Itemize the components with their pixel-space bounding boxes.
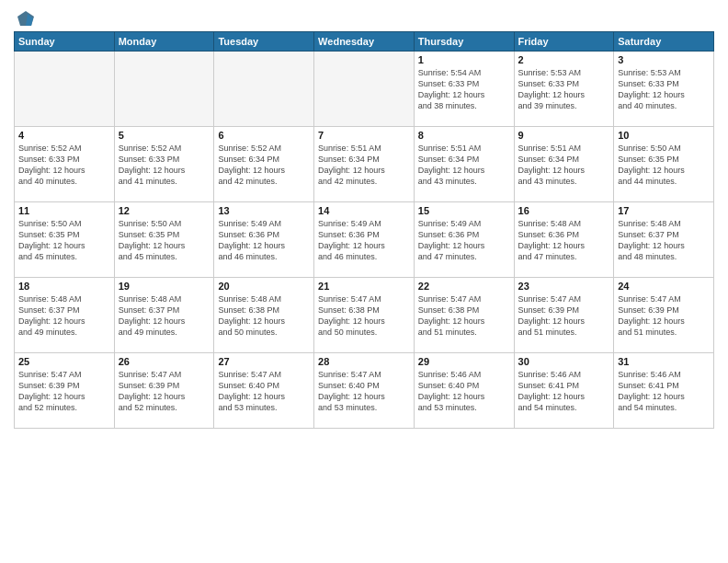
calendar-cell: 7Sunrise: 5:51 AM Sunset: 6:34 PM Daylig… xyxy=(314,127,415,202)
day-info: Sunrise: 5:53 AM Sunset: 6:33 PM Dayligh… xyxy=(618,67,710,112)
week-row-1: 1Sunrise: 5:54 AM Sunset: 6:33 PM Daylig… xyxy=(15,52,714,127)
day-number: 21 xyxy=(318,281,410,292)
day-number: 17 xyxy=(618,205,710,216)
day-number: 27 xyxy=(218,356,310,367)
col-header-wednesday: Wednesday xyxy=(314,32,415,52)
day-info: Sunrise: 5:47 AM Sunset: 6:39 PM Dayligh… xyxy=(18,369,110,414)
day-info: Sunrise: 5:49 AM Sunset: 6:36 PM Dayligh… xyxy=(218,218,310,263)
day-number: 19 xyxy=(119,281,210,292)
calendar-cell: 22Sunrise: 5:47 AM Sunset: 6:38 PM Dayli… xyxy=(414,278,514,353)
day-info: Sunrise: 5:52 AM Sunset: 6:33 PM Dayligh… xyxy=(119,143,210,188)
day-number: 4 xyxy=(18,130,110,141)
day-number: 22 xyxy=(418,281,510,292)
calendar-cell: 19Sunrise: 5:48 AM Sunset: 6:37 PM Dayli… xyxy=(114,278,214,353)
calendar-cell: 26Sunrise: 5:47 AM Sunset: 6:39 PM Dayli… xyxy=(114,353,214,429)
calendar-cell: 14Sunrise: 5:49 AM Sunset: 6:36 PM Dayli… xyxy=(314,202,415,278)
calendar-cell: 21Sunrise: 5:47 AM Sunset: 6:38 PM Dayli… xyxy=(314,278,415,353)
col-header-sunday: Sunday xyxy=(15,32,115,52)
day-number: 13 xyxy=(218,205,310,216)
calendar-cell: 25Sunrise: 5:47 AM Sunset: 6:39 PM Dayli… xyxy=(15,353,115,429)
day-info: Sunrise: 5:47 AM Sunset: 6:38 PM Dayligh… xyxy=(418,293,510,339)
week-row-4: 18Sunrise: 5:48 AM Sunset: 6:37 PM Dayli… xyxy=(15,278,714,353)
calendar-cell: 12Sunrise: 5:50 AM Sunset: 6:35 PM Dayli… xyxy=(114,202,214,278)
calendar-cell: 20Sunrise: 5:48 AM Sunset: 6:38 PM Dayli… xyxy=(214,278,314,353)
calendar-cell: 23Sunrise: 5:47 AM Sunset: 6:39 PM Dayli… xyxy=(514,278,614,353)
calendar-cell: 3Sunrise: 5:53 AM Sunset: 6:33 PM Daylig… xyxy=(614,52,714,127)
day-info: Sunrise: 5:49 AM Sunset: 6:36 PM Dayligh… xyxy=(318,218,410,263)
day-info: Sunrise: 5:46 AM Sunset: 6:41 PM Dayligh… xyxy=(518,369,610,414)
day-number: 1 xyxy=(418,54,510,65)
day-info: Sunrise: 5:48 AM Sunset: 6:37 PM Dayligh… xyxy=(119,293,210,339)
week-row-3: 11Sunrise: 5:50 AM Sunset: 6:35 PM Dayli… xyxy=(15,202,714,278)
day-info: Sunrise: 5:53 AM Sunset: 6:33 PM Dayligh… xyxy=(518,67,610,112)
day-info: Sunrise: 5:48 AM Sunset: 6:37 PM Dayligh… xyxy=(618,218,710,263)
day-info: Sunrise: 5:50 AM Sunset: 6:35 PM Dayligh… xyxy=(119,218,210,263)
calendar-cell: 15Sunrise: 5:49 AM Sunset: 6:36 PM Dayli… xyxy=(414,202,514,278)
calendar-cell: 29Sunrise: 5:46 AM Sunset: 6:40 PM Dayli… xyxy=(414,353,514,429)
day-number: 11 xyxy=(18,205,110,216)
day-number: 29 xyxy=(418,356,510,367)
calendar-cell: 18Sunrise: 5:48 AM Sunset: 6:37 PM Dayli… xyxy=(15,278,115,353)
logo-icon xyxy=(16,9,36,29)
day-number: 18 xyxy=(18,281,110,292)
day-info: Sunrise: 5:50 AM Sunset: 6:35 PM Dayligh… xyxy=(18,218,110,263)
day-number: 3 xyxy=(618,54,710,65)
day-number: 25 xyxy=(18,356,110,367)
calendar-cell: 8Sunrise: 5:51 AM Sunset: 6:34 PM Daylig… xyxy=(414,127,514,202)
col-header-monday: Monday xyxy=(114,32,214,52)
day-info: Sunrise: 5:47 AM Sunset: 6:40 PM Dayligh… xyxy=(318,369,410,414)
day-number: 10 xyxy=(618,130,710,141)
header xyxy=(14,9,714,26)
week-row-5: 25Sunrise: 5:47 AM Sunset: 6:39 PM Dayli… xyxy=(15,353,714,429)
calendar-cell: 24Sunrise: 5:47 AM Sunset: 6:39 PM Dayli… xyxy=(614,278,714,353)
calendar-table: SundayMondayTuesdayWednesdayThursdayFrid… xyxy=(14,31,714,429)
calendar-cell: 31Sunrise: 5:46 AM Sunset: 6:41 PM Dayli… xyxy=(614,353,714,429)
day-number: 20 xyxy=(218,281,310,292)
day-info: Sunrise: 5:51 AM Sunset: 6:34 PM Dayligh… xyxy=(518,143,610,188)
day-info: Sunrise: 5:54 AM Sunset: 6:33 PM Dayligh… xyxy=(418,67,510,112)
day-info: Sunrise: 5:47 AM Sunset: 6:39 PM Dayligh… xyxy=(518,293,610,339)
calendar-cell: 11Sunrise: 5:50 AM Sunset: 6:35 PM Dayli… xyxy=(15,202,115,278)
day-info: Sunrise: 5:47 AM Sunset: 6:38 PM Dayligh… xyxy=(318,293,410,339)
day-info: Sunrise: 5:47 AM Sunset: 6:40 PM Dayligh… xyxy=(218,369,310,414)
day-number: 16 xyxy=(518,205,610,216)
day-number: 26 xyxy=(119,356,210,367)
header-row: SundayMondayTuesdayWednesdayThursdayFrid… xyxy=(15,32,714,52)
day-number: 8 xyxy=(418,130,510,141)
col-header-thursday: Thursday xyxy=(414,32,514,52)
week-row-2: 4Sunrise: 5:52 AM Sunset: 6:33 PM Daylig… xyxy=(15,127,714,202)
calendar-cell xyxy=(114,52,214,127)
day-info: Sunrise: 5:46 AM Sunset: 6:41 PM Dayligh… xyxy=(618,369,710,414)
calendar-cell: 6Sunrise: 5:52 AM Sunset: 6:34 PM Daylig… xyxy=(214,127,314,202)
calendar-cell: 4Sunrise: 5:52 AM Sunset: 6:33 PM Daylig… xyxy=(15,127,115,202)
day-info: Sunrise: 5:49 AM Sunset: 6:36 PM Dayligh… xyxy=(418,218,510,263)
day-info: Sunrise: 5:48 AM Sunset: 6:38 PM Dayligh… xyxy=(218,293,310,339)
calendar-cell xyxy=(214,52,314,127)
calendar-cell: 16Sunrise: 5:48 AM Sunset: 6:36 PM Dayli… xyxy=(514,202,614,278)
calendar-cell: 2Sunrise: 5:53 AM Sunset: 6:33 PM Daylig… xyxy=(514,52,614,127)
day-number: 14 xyxy=(318,205,410,216)
day-info: Sunrise: 5:50 AM Sunset: 6:35 PM Dayligh… xyxy=(618,143,710,188)
calendar-cell: 9Sunrise: 5:51 AM Sunset: 6:34 PM Daylig… xyxy=(514,127,614,202)
day-info: Sunrise: 5:48 AM Sunset: 6:37 PM Dayligh… xyxy=(18,293,110,339)
col-header-friday: Friday xyxy=(514,32,614,52)
day-info: Sunrise: 5:47 AM Sunset: 6:39 PM Dayligh… xyxy=(618,293,710,339)
calendar-cell: 13Sunrise: 5:49 AM Sunset: 6:36 PM Dayli… xyxy=(214,202,314,278)
page: SundayMondayTuesdayWednesdayThursdayFrid… xyxy=(0,0,728,563)
day-number: 9 xyxy=(518,130,610,141)
calendar-cell xyxy=(314,52,415,127)
logo xyxy=(14,9,36,26)
day-info: Sunrise: 5:48 AM Sunset: 6:36 PM Dayligh… xyxy=(518,218,610,263)
day-number: 6 xyxy=(218,130,310,141)
day-number: 5 xyxy=(119,130,210,141)
day-number: 31 xyxy=(618,356,710,367)
day-number: 23 xyxy=(518,281,610,292)
day-info: Sunrise: 5:47 AM Sunset: 6:39 PM Dayligh… xyxy=(119,369,210,414)
calendar-cell: 27Sunrise: 5:47 AM Sunset: 6:40 PM Dayli… xyxy=(214,353,314,429)
calendar-cell: 30Sunrise: 5:46 AM Sunset: 6:41 PM Dayli… xyxy=(514,353,614,429)
calendar-cell: 5Sunrise: 5:52 AM Sunset: 6:33 PM Daylig… xyxy=(114,127,214,202)
day-number: 15 xyxy=(418,205,510,216)
day-number: 30 xyxy=(518,356,610,367)
day-number: 28 xyxy=(318,356,410,367)
day-info: Sunrise: 5:52 AM Sunset: 6:34 PM Dayligh… xyxy=(218,143,310,188)
